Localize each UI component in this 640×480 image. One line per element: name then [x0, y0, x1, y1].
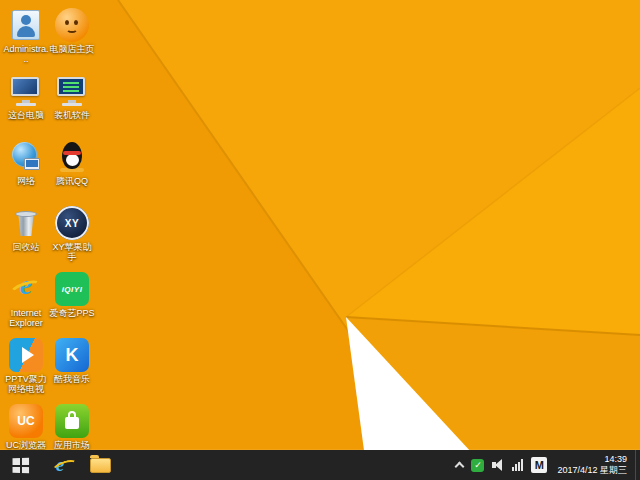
monitor-software-icon — [55, 74, 89, 108]
xy-assistant-icon: XY — [55, 206, 89, 240]
icon-label: 应用市场 — [49, 440, 95, 450]
desktop-icon-uc-browser[interactable]: UC UC浏览器 — [3, 404, 49, 450]
wallpaper — [0, 0, 640, 480]
hidden-icons-chevron-icon[interactable] — [455, 462, 465, 472]
kuwo-k-icon: K — [55, 338, 89, 372]
icon-label: 回收站 — [3, 242, 49, 252]
icon-label: PPTV聚力 网络电视 — [3, 374, 49, 394]
desktop-icon-this-pc[interactable]: 这台电脑 — [3, 74, 49, 120]
show-desktop-button[interactable] — [635, 450, 640, 480]
iqiyi-icon: iQIYI — [55, 272, 89, 306]
icon-label: Administra... — [3, 44, 49, 64]
trash-can-icon — [9, 206, 43, 240]
desktop-icon-app-market[interactable]: 应用市场 — [49, 404, 95, 450]
security-shield-icon[interactable] — [471, 459, 484, 472]
user-folder-icon — [9, 8, 43, 42]
shopping-bag-icon — [55, 404, 89, 438]
ime-language-indicator[interactable]: M — [531, 457, 547, 473]
desktop-icon-internet-explorer[interactable]: e Internet Explorer — [3, 272, 49, 328]
icon-label: 网络 — [3, 176, 49, 186]
desktop-icon-iqiyi[interactable]: iQIYI 爱奇艺PPS — [49, 272, 95, 318]
clock-time: 14:39 — [557, 454, 627, 465]
pptv-play-icon — [9, 338, 43, 372]
icon-label: UC浏览器 — [3, 440, 49, 450]
desktop-icon-xy-assistant[interactable]: XY XY苹果助手 — [49, 206, 95, 262]
desktop-icon-network[interactable]: 网络 — [3, 140, 49, 186]
icon-label: 酷我音乐 — [49, 374, 95, 384]
desktop-icon-homepage[interactable]: 电脑店主页 — [49, 8, 95, 54]
taskbar-explorer-button[interactable] — [80, 450, 120, 480]
uc-browser-icon: UC — [9, 404, 43, 438]
homepage-mascot-icon — [55, 8, 89, 42]
taskbar-clock[interactable]: 14:39 2017/4/12 星期三 — [555, 454, 633, 476]
icon-label: 爱奇艺PPS — [49, 308, 95, 318]
desktop-icon-qq[interactable]: 腾讯QQ — [49, 140, 95, 186]
internet-explorer-icon: e — [56, 454, 64, 476]
network-globe-icon — [9, 140, 43, 174]
icon-label: XY苹果助手 — [49, 242, 95, 262]
qq-penguin-icon — [55, 140, 89, 174]
icon-label: Internet Explorer — [3, 308, 49, 328]
volume-icon[interactable] — [492, 459, 504, 471]
icon-label: 装机软件 — [49, 110, 95, 120]
ie-e-icon: e — [9, 272, 43, 306]
system-tray: M 14:39 2017/4/12 星期三 — [456, 450, 635, 480]
file-explorer-folder-icon — [90, 458, 111, 473]
windows-logo-icon — [12, 457, 29, 473]
network-signal-icon[interactable] — [512, 459, 523, 471]
desktop-icon-pptv[interactable]: PPTV聚力 网络电视 — [3, 338, 49, 394]
icon-label: 电脑店主页 — [49, 44, 95, 54]
desktop: Administra... 这台电脑 网络 回收站 e Internet Exp… — [0, 0, 640, 480]
desktop-icon-setup-software[interactable]: 装机软件 — [49, 74, 95, 120]
computer-icon — [9, 74, 43, 108]
taskbar: e M 14:39 2017/4/12 星期三 — [0, 450, 640, 480]
desktop-icon-kuwo[interactable]: K 酷我音乐 — [49, 338, 95, 384]
start-button[interactable] — [0, 450, 40, 480]
taskbar-ie-button[interactable]: e — [40, 450, 80, 480]
icon-label: 腾讯QQ — [49, 176, 95, 186]
icon-label: 这台电脑 — [3, 110, 49, 120]
clock-date: 2017/4/12 星期三 — [557, 465, 627, 476]
desktop-icon-recycle-bin[interactable]: 回收站 — [3, 206, 49, 252]
desktop-icon-administrator[interactable]: Administra... — [3, 8, 49, 64]
